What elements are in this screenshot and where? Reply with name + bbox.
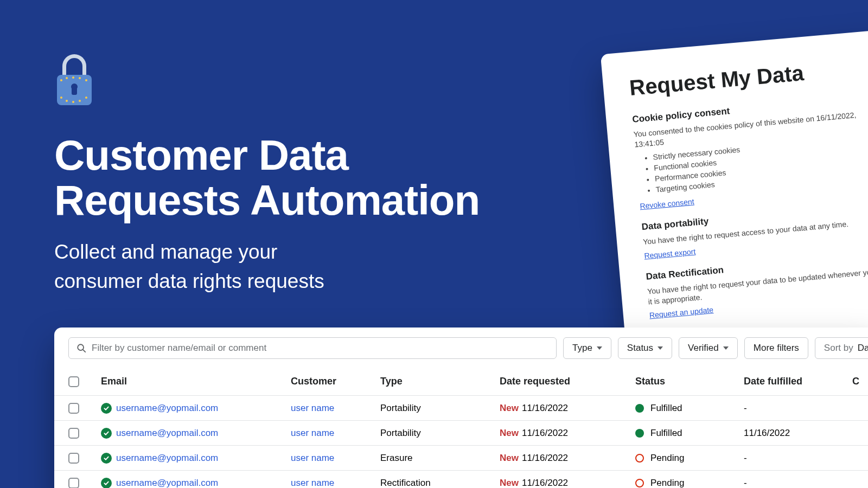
- col-customer: Customer: [291, 376, 380, 387]
- customer-link[interactable]: user name: [291, 453, 334, 463]
- customer-link[interactable]: user name: [291, 403, 334, 413]
- chevron-down-icon: [597, 346, 602, 350]
- page-title: Request My Data: [628, 54, 868, 100]
- request-update-link[interactable]: Request an update: [649, 306, 713, 320]
- type-cell: Portability: [380, 403, 500, 414]
- row-checkbox[interactable]: [68, 478, 79, 489]
- row-checkbox[interactable]: [68, 428, 79, 439]
- col-email: Email: [101, 376, 291, 387]
- status-cell: Pending: [635, 453, 744, 464]
- date-fulfilled-cell: -: [744, 453, 852, 464]
- table-row[interactable]: username@yopmail.com user name Portabili…: [54, 396, 868, 421]
- status-pending-icon: [635, 454, 644, 463]
- type-cell: Erasure: [380, 453, 500, 464]
- svg-point-0: [78, 344, 84, 350]
- table-row[interactable]: username@yopmail.com user name Erasure N…: [54, 446, 868, 471]
- customer-link[interactable]: user name: [291, 428, 334, 438]
- col-type: Type: [380, 376, 500, 387]
- filter-type-button[interactable]: Type: [563, 337, 611, 359]
- new-badge: New: [500, 428, 519, 438]
- table-row[interactable]: username@yopmail.com user name Portabili…: [54, 421, 868, 446]
- chevron-down-icon: [658, 346, 663, 350]
- new-badge: New: [500, 453, 519, 463]
- revoke-consent-link[interactable]: Revoke consent: [640, 197, 694, 210]
- status-cell: Fulfilled: [635, 403, 744, 414]
- table-header: Email Customer Type Date requested Statu…: [54, 368, 868, 396]
- date-requested-cell: New11/16/2022: [500, 403, 635, 414]
- sort-button[interactable]: Sort by Date: [815, 337, 868, 359]
- chevron-down-icon: [723, 346, 729, 350]
- hero-subtitle: Collect and manage your consumer data ri…: [54, 237, 324, 296]
- search-input-wrapper[interactable]: [68, 337, 557, 359]
- toolbar: Type Status Verified More filters Sort b…: [54, 328, 868, 368]
- email-link[interactable]: username@yopmail.com: [116, 453, 218, 464]
- search-icon: [76, 343, 86, 353]
- search-input[interactable]: [92, 343, 548, 354]
- date-requested-cell: New11/16/2022: [500, 453, 635, 464]
- date-requested-cell: New11/16/2022: [500, 428, 635, 439]
- status-cell: Pending: [635, 478, 744, 489]
- hero-title: Customer Data Requests Automation: [54, 133, 480, 222]
- email-link[interactable]: username@yopmail.com: [116, 478, 218, 489]
- requests-panel: Type Status Verified More filters Sort b…: [54, 328, 868, 488]
- request-my-data-card: Request My Data Cookie policy consent Yo…: [601, 28, 868, 355]
- filter-status-button[interactable]: Status: [618, 337, 672, 359]
- date-fulfilled-cell: -: [744, 478, 852, 489]
- email-link[interactable]: username@yopmail.com: [116, 403, 218, 414]
- date-fulfilled-cell: 11/16/2022: [744, 428, 852, 439]
- row-checkbox[interactable]: [68, 453, 79, 464]
- svg-line-1: [83, 350, 85, 352]
- verified-icon: [101, 428, 112, 439]
- more-filters-button[interactable]: More filters: [744, 337, 808, 359]
- row-checkbox[interactable]: [68, 403, 79, 414]
- request-export-link[interactable]: Request export: [644, 247, 696, 260]
- type-cell: Portability: [380, 428, 500, 439]
- verified-icon: [101, 403, 112, 414]
- col-status: Status: [635, 376, 744, 387]
- type-cell: Rectification: [380, 478, 500, 489]
- customer-link[interactable]: user name: [291, 478, 334, 488]
- select-all-checkbox[interactable]: [68, 376, 79, 387]
- filter-verified-button[interactable]: Verified: [679, 337, 738, 359]
- status-cell: Fulfilled: [635, 428, 744, 439]
- status-fulfilled-icon: [635, 404, 644, 413]
- verified-icon: [101, 478, 112, 489]
- col-date-requested: Date requested: [500, 376, 635, 387]
- lock-icon: [57, 54, 92, 103]
- new-badge: New: [500, 403, 519, 413]
- col-date-fulfilled: Date fulfilled: [744, 376, 852, 387]
- date-fulfilled-cell: -: [744, 403, 852, 414]
- date-requested-cell: New11/16/2022: [500, 478, 635, 489]
- status-fulfilled-icon: [635, 429, 644, 438]
- status-pending-icon: [635, 479, 644, 487]
- verified-icon: [101, 453, 112, 464]
- table-row[interactable]: username@yopmail.com user name Rectifica…: [54, 471, 868, 488]
- col-comment: C: [852, 376, 865, 387]
- email-link[interactable]: username@yopmail.com: [116, 428, 218, 439]
- new-badge: New: [500, 478, 519, 488]
